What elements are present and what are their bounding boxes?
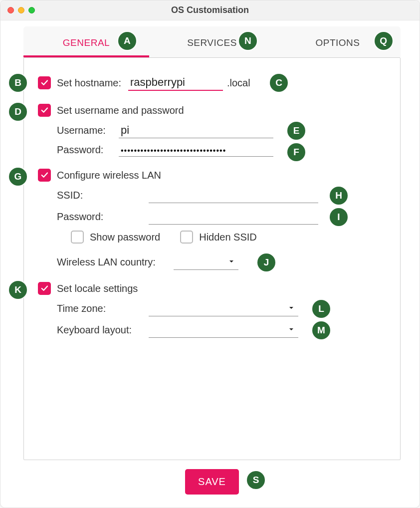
timezone-select[interactable] — [149, 301, 298, 316]
annotation-h: H — [330, 187, 348, 205]
annotation-b: B — [9, 74, 27, 92]
locale-label: Set locale settings — [57, 283, 138, 294]
password-row: Password: ••••••••••••••••••••••••••••••… — [38, 144, 386, 157]
annotation-m: M — [312, 321, 330, 339]
wifi-label: Configure wireless LAN — [57, 170, 161, 181]
annotation-k: K — [9, 281, 27, 299]
footer: SAVE S — [23, 460, 401, 497]
annotation-q: Q — [375, 32, 393, 50]
ssid-row: SSID: H — [38, 188, 386, 203]
save-button-label: SAVE — [198, 476, 226, 487]
hidden-ssid-label: Hidden SSID — [199, 232, 257, 243]
annotation-d: D — [9, 103, 27, 121]
username-input[interactable] — [119, 123, 273, 138]
credentials-checkbox[interactable] — [38, 104, 51, 117]
wifi-options-row: Show password Hidden SSID — [38, 231, 386, 244]
close-icon[interactable] — [7, 7, 14, 13]
wifi-country-select[interactable] — [174, 254, 238, 270]
tab-options-label: OPTIONS — [315, 37, 360, 48]
tabs: GENERAL A SERVICES N OPTIONS Q — [23, 26, 401, 57]
keyboard-row: Keyboard layout: M — [38, 322, 386, 338]
credentials-label: Set username and password — [57, 105, 184, 116]
wifi-country-input[interactable] — [174, 254, 238, 270]
hostname-checkbox[interactable] — [38, 76, 51, 89]
maximize-icon[interactable] — [28, 7, 35, 13]
keyboard-select[interactable] — [149, 322, 298, 338]
wifi-row: G Configure wireless LAN — [38, 169, 386, 182]
minimize-icon[interactable] — [18, 7, 24, 13]
tab-general-label: GENERAL — [63, 37, 110, 48]
wifi-country-row: Wireless LAN country: J — [38, 254, 386, 270]
locale-row: K Set locale settings — [38, 282, 386, 295]
save-button[interactable]: SAVE — [185, 469, 239, 495]
wifi-country-label: Wireless LAN country: — [57, 256, 167, 268]
username-label: Username: — [57, 125, 112, 136]
password-input[interactable]: •••••••••••••••••••••••••••••••• — [119, 145, 273, 157]
hostname-row: B Set hostname: .local C — [38, 75, 386, 91]
password-label: Password: — [57, 144, 112, 156]
annotation-i: I — [330, 208, 348, 226]
annotation-g: G — [9, 168, 27, 186]
hostname-label: Set hostname: — [57, 77, 121, 89]
titlebar: OS Customisation — [0, 0, 420, 20]
show-password-checkbox[interactable] — [71, 231, 84, 244]
credentials-row: D Set username and password — [38, 104, 386, 117]
ssid-label: SSID: — [57, 190, 142, 201]
annotation-f: F — [287, 143, 305, 161]
show-password-group: Show password — [71, 231, 160, 244]
timezone-label: Time zone: — [57, 303, 142, 314]
window-controls — [7, 7, 35, 13]
annotation-s: S — [247, 471, 265, 489]
tab-general[interactable]: GENERAL A — [23, 26, 149, 57]
wifi-password-row: Password: I — [38, 209, 386, 225]
keyboard-input[interactable] — [149, 322, 298, 338]
os-customisation-window: OS Customisation GENERAL A SERVICES N OP… — [0, 0, 420, 508]
hidden-ssid-checkbox[interactable] — [180, 231, 193, 244]
annotation-n: N — [239, 32, 257, 50]
wifi-checkbox[interactable] — [38, 169, 51, 182]
window-title: OS Customisation — [0, 5, 420, 15]
timezone-row: Time zone: L — [38, 301, 386, 316]
hostname-input[interactable] — [128, 75, 223, 91]
annotation-l: L — [312, 300, 330, 318]
hostname-suffix: .local — [227, 77, 250, 89]
body-area: GENERAL A SERVICES N OPTIONS Q B Set hos… — [0, 20, 420, 508]
hidden-ssid-group: Hidden SSID — [180, 231, 257, 244]
tab-services-label: SERVICES — [187, 37, 237, 48]
timezone-input[interactable] — [149, 301, 298, 316]
general-panel: B Set hostname: .local C D Set username … — [23, 57, 401, 460]
annotation-j: J — [257, 254, 275, 271]
annotation-c: C — [270, 74, 288, 92]
username-row: Username: E — [38, 123, 386, 138]
wifi-password-input[interactable] — [149, 209, 318, 225]
tab-services[interactable]: SERVICES N — [149, 26, 275, 57]
keyboard-label: Keyboard layout: — [57, 324, 142, 336]
annotation-a: A — [118, 32, 136, 50]
show-password-label: Show password — [90, 232, 160, 243]
tab-options[interactable]: OPTIONS Q — [275, 26, 401, 57]
locale-checkbox[interactable] — [38, 282, 51, 295]
annotation-e: E — [287, 122, 305, 140]
ssid-input[interactable] — [149, 188, 318, 203]
wifi-password-label: Password: — [57, 211, 142, 223]
